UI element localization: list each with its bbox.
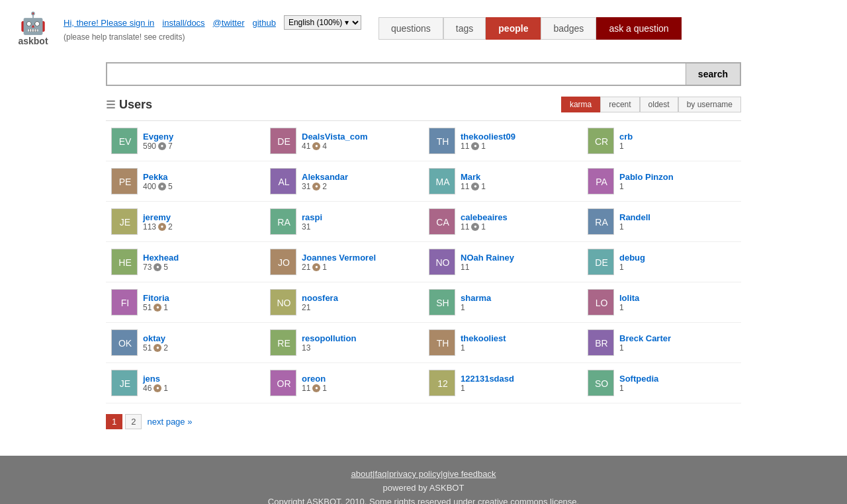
- about-link[interactable]: about: [351, 469, 373, 479]
- user-avatar: NO: [270, 289, 296, 315]
- user-name-link[interactable]: Evgeny: [143, 132, 173, 142]
- users-title: ☰ Users: [106, 98, 152, 112]
- user-avatar: AL: [270, 168, 296, 194]
- svg-text:NO: NO: [277, 298, 291, 308]
- language-select[interactable]: English (100%) ▾: [284, 15, 361, 30]
- user-card: SH sharma1: [424, 282, 582, 323]
- nav-bar: questions tags people badges ask a quest…: [379, 17, 682, 40]
- sort-recent[interactable]: recent: [600, 97, 639, 112]
- user-name-link[interactable]: Hexhead: [143, 253, 179, 263]
- user-karma: 11●1: [461, 142, 515, 151]
- user-card: TH thekooliest1: [424, 323, 582, 363]
- user-avatar: BR: [588, 329, 614, 356]
- user-name-link[interactable]: jeremy: [143, 212, 173, 222]
- nav-badges[interactable]: badges: [541, 17, 596, 40]
- user-karma: 1: [619, 182, 674, 191]
- karma-value: 11: [461, 222, 469, 231]
- feedback-link[interactable]: give feedback: [443, 469, 496, 479]
- karma-value: 51: [143, 303, 152, 312]
- user-name-link[interactable]: thekooliest09: [461, 132, 515, 142]
- svg-text:CA: CA: [436, 217, 449, 228]
- user-card: FI Fitoria51●1: [106, 282, 265, 323]
- silver-badge: ●: [471, 223, 479, 231]
- user-karma: 1: [619, 222, 650, 231]
- silver-count: 1: [481, 142, 486, 151]
- nav-tags[interactable]: tags: [443, 17, 486, 40]
- karma-value: 51: [143, 343, 152, 353]
- user-name-link[interactable]: calebeaires: [461, 212, 508, 222]
- karma-value: 1: [619, 303, 624, 312]
- user-name-link[interactable]: Softpedia: [619, 374, 658, 384]
- page-2-button[interactable]: 2: [125, 414, 142, 429]
- user-avatar: OK: [111, 329, 138, 356]
- user-name-link[interactable]: Pablo Pinzon: [619, 172, 674, 182]
- user-name-link[interactable]: crb: [619, 132, 633, 142]
- install-docs-link[interactable]: install/docs: [162, 18, 204, 28]
- user-name-link[interactable]: raspi: [302, 212, 322, 222]
- user-karma: 31: [302, 222, 322, 231]
- user-name-link[interactable]: NOah Rainey: [461, 253, 514, 263]
- nav-people[interactable]: people: [486, 17, 541, 40]
- nav-questions[interactable]: questions: [379, 17, 443, 40]
- silver-badge: ●: [471, 183, 479, 190]
- user-avatar: RA: [588, 208, 614, 235]
- karma-value: 21: [302, 303, 310, 312]
- user-info: oreon11●1: [302, 374, 327, 393]
- user-name-link[interactable]: Mark: [461, 172, 486, 182]
- user-karma: 11: [461, 263, 514, 272]
- sort-karma[interactable]: karma: [561, 97, 600, 112]
- user-card: OR oreon11●1: [265, 363, 424, 403]
- karma-value: 1: [619, 384, 624, 393]
- user-name-link[interactable]: oreon: [302, 374, 327, 384]
- user-name-link[interactable]: Pekka: [143, 172, 173, 182]
- svg-text:FI: FI: [121, 298, 129, 308]
- user-karma: 11●1: [302, 384, 327, 393]
- user-name-link[interactable]: thekooliest: [461, 333, 506, 343]
- user-name-link[interactable]: debug: [619, 253, 645, 263]
- user-karma: 51●2: [143, 343, 168, 353]
- karma-value: 11: [302, 384, 310, 393]
- user-name-link[interactable]: noosfera: [302, 293, 338, 303]
- search-input[interactable]: [107, 63, 686, 85]
- bronze-badge: ●: [312, 263, 320, 271]
- faq-link[interactable]: faq: [375, 469, 386, 479]
- user-avatar: SH: [429, 289, 455, 315]
- user-name-link[interactable]: Joannes Vermorel: [302, 253, 376, 263]
- twitter-link[interactable]: @twitter: [213, 18, 245, 28]
- user-name-link[interactable]: sharma: [461, 293, 491, 303]
- github-link[interactable]: github: [252, 18, 275, 28]
- user-info: Mark11●1: [461, 172, 486, 191]
- user-avatar: OR: [270, 370, 296, 396]
- user-name-link[interactable]: 122131sdasd: [461, 374, 514, 384]
- user-name-link[interactable]: Aleksandar: [302, 172, 348, 182]
- user-card: AL Aleksandar31●2: [265, 161, 424, 202]
- user-name-link[interactable]: resopollution: [302, 333, 356, 343]
- page-1-button[interactable]: 1: [106, 414, 122, 429]
- svg-text:DE: DE: [595, 257, 607, 268]
- silver-badge: ●: [158, 142, 166, 150]
- nav-ask-question[interactable]: ask a question: [596, 17, 681, 40]
- user-name-link[interactable]: Breck Carter: [619, 333, 671, 343]
- user-name-link[interactable]: jens: [143, 374, 168, 384]
- users-icon: ☰: [106, 99, 115, 111]
- user-card: RA Randell1: [582, 202, 741, 242]
- user-name-link[interactable]: lolita: [619, 293, 639, 303]
- user-name-link[interactable]: DealsVista_com: [302, 132, 368, 142]
- logo-text: askbot: [18, 36, 48, 46]
- privacy-link[interactable]: privacy policy: [389, 469, 441, 479]
- user-name-link[interactable]: Fitoria: [143, 293, 169, 303]
- user-karma: 31●2: [302, 182, 348, 191]
- users-header: ☰ Users karma recent oldest by username: [106, 97, 741, 112]
- search-button[interactable]: search: [686, 63, 740, 85]
- svg-text:TH: TH: [437, 136, 449, 147]
- sort-oldest[interactable]: oldest: [640, 97, 678, 112]
- svg-text:JO: JO: [278, 257, 290, 268]
- sign-in-link[interactable]: Hi, there! Please sign in: [64, 18, 154, 28]
- sort-username[interactable]: by username: [678, 97, 741, 112]
- user-name-link[interactable]: Randell: [619, 212, 650, 222]
- next-page-link[interactable]: next page »: [147, 417, 192, 427]
- header-links: Hi, there! Please sign in install/docs @…: [64, 15, 361, 30]
- user-name-link[interactable]: oktay: [143, 333, 168, 343]
- karma-value: 21: [302, 263, 310, 272]
- silver-count: 1: [481, 222, 486, 231]
